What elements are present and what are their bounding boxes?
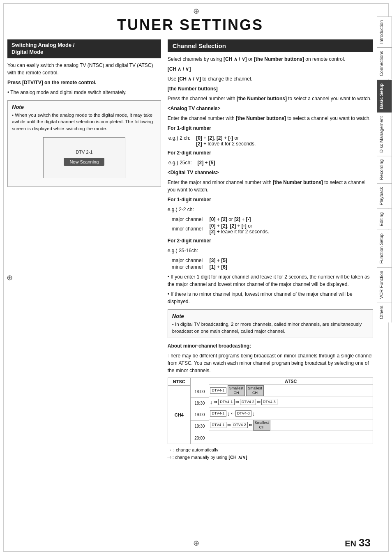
atsc-row-3: DTV4-1 ↓ ⇐ DTV4-3 ↓ <box>209 408 373 419</box>
page-number: 33 <box>359 537 371 549</box>
digital-1digit-label: For 1-digit number <box>168 196 373 203</box>
tab-vcr-function[interactable]: VCR Function <box>377 267 392 302</box>
en-label: EN <box>345 539 356 548</box>
atsc-row-4: DTV4-1 ⇒ DTV4-2 ⇐ SmallestCH <box>209 419 373 431</box>
ntsc-ch4: CH4 <box>168 386 191 444</box>
atsc-dtv4-3-r3: DTV4-3 <box>235 410 251 417</box>
atsc-smallest-1: SmallestCH <box>228 385 245 396</box>
time-1900: 19:00 <box>191 409 209 421</box>
analog-1digit-values: [0] + [2], [2] + [-] or[2] + leave it fo… <box>196 135 256 147</box>
digital-2digit-example: e.g.) 35-16ch: <box>168 247 373 254</box>
atsc-dtv4-1-r4: DTV4-1 <box>210 422 226 428</box>
digital-1digit-example: e.g.) 2-2 ch: <box>168 206 373 213</box>
atsc-row-5 <box>209 431 373 442</box>
digital-major-val1: [0] + [2] or [2] + [-] <box>210 216 269 222</box>
legend: → : change automatically ⇨ : change manu… <box>168 447 373 461</box>
atsc-dtv4-1-r3: DTV4-1 <box>210 410 226 417</box>
digital-bullet2: • If there is no minor channel input, lo… <box>168 290 373 305</box>
tab-basic-setup[interactable]: Basic Setup <box>377 80 392 113</box>
digital-bullet1: • If you enter 1 digit for major channel… <box>168 273 373 288</box>
ch-section-title: [CH ∧ / ∨] <box>168 65 373 73</box>
atsc-header: ATSC <box>209 378 373 385</box>
atsc-section: ATSC DTV4-1 SmallestCH SmallestCH ↓ ⇒ DT… <box>209 378 373 444</box>
atsc-smallest-r4: SmallestCH <box>253 420 271 431</box>
atsc-dtv4-2-r2: DTV4-2 <box>240 399 256 405</box>
right-column: Channel Selection Select channels by usi… <box>168 39 373 461</box>
digital-minor-label1: minor channel <box>172 223 209 235</box>
left-note-box: Note • When you switch the analog mode t… <box>7 100 161 187</box>
digital-2digit-table: major channel [3] + [5] minor channel [1… <box>171 257 228 271</box>
press-label: Press [DTV/TV] on the remote control. <box>7 79 161 86</box>
tab-playback[interactable]: Playback <box>377 183 392 209</box>
right-note-content: • In digital TV broadcasting, 2 or more … <box>172 321 369 334</box>
main-content: TUNER SETTINGS Switching Analog Mode /Di… <box>7 12 373 543</box>
page-footer: EN 33 <box>345 537 371 549</box>
tab-introduction[interactable]: Introduction <box>377 16 392 47</box>
right-section-header: Channel Selection <box>168 39 373 52</box>
tab-disc-management[interactable]: Disc Management <box>377 113 392 156</box>
tab-others[interactable]: Others <box>377 302 392 322</box>
digital-section-title: <Digital TV channels> <box>168 169 373 176</box>
time-1930: 19:30 <box>191 421 209 432</box>
ntsc-section: NTSC CH4 <box>168 378 191 444</box>
analog-2digit-example: e.g.) 25ch: <box>168 160 197 166</box>
right-note-box: Note • In digital TV broadcasting, 2 or … <box>168 309 373 338</box>
minor-broadcast-detail: There may be different programs being br… <box>168 352 373 374</box>
atsc-dtv4-2-r4: DTV4-2 <box>232 422 248 428</box>
atsc-dtv4-3-r2: DTV4-3 <box>261 399 277 405</box>
content-columns: Switching Analog Mode /Digital Mode You … <box>7 39 373 461</box>
times-column: ATSC 18:00 18:30 19:00 19:30 20:00 <box>191 378 209 444</box>
tab-connections[interactable]: Connections <box>377 47 392 79</box>
analog-section-detail: Enter the channel number with [the Numbe… <box>168 115 373 122</box>
analog-2digit-label: For 2-digit number <box>168 149 373 157</box>
number-section-detail: Press the channel number with [the Numbe… <box>168 95 373 102</box>
left-note-title: Note <box>12 104 157 110</box>
atsc-dtv4-1-r2: DTV4-1 <box>218 399 235 405</box>
left-note-content: • When you switch the analog mode to the… <box>12 112 157 132</box>
digital-major-val2: [3] + [5] <box>210 258 227 263</box>
time-2000: 20:00 <box>191 432 209 444</box>
atsc-smallest-2: SmallestCH <box>246 385 264 396</box>
digital-major-label1: major channel <box>172 216 209 222</box>
diagram-inner: NTSC CH4 ATSC 18:00 18:30 19:00 19:30 20… <box>168 378 373 444</box>
legend-arrow1: → : change automatically <box>168 447 373 454</box>
scanning-box: DTV 2-1 Now Scanning <box>43 137 125 178</box>
digital-minor-val1: [0] + [2], [2] + [-] or[2] + leave it fo… <box>210 223 269 235</box>
tab-recording[interactable]: Recording <box>377 156 392 183</box>
dtv-label: DTV 2-1 <box>76 150 92 154</box>
channel-diagram: NTSC CH4 ATSC 18:00 18:30 19:00 19:30 20… <box>168 378 373 444</box>
press-detail: • The analog mode and digital mode switc… <box>7 89 161 96</box>
atsc-dtv4-1-r1: DTV4-1 <box>210 387 226 394</box>
ntsc-header: NTSC <box>168 378 191 386</box>
left-column: Switching Analog Mode /Digital Mode You … <box>7 39 161 461</box>
digital-minor-label2: minor channel <box>172 264 209 270</box>
right-note-title: Note <box>172 313 369 319</box>
analog-section-title: <Analog TV channels> <box>168 105 373 112</box>
number-section-title: [the Number buttons] <box>168 85 373 92</box>
ch-section-detail: Use [CH ∧ / ∨] to change the channel. <box>168 75 373 83</box>
atsc-row-1: DTV4-1 SmallestCH SmallestCH <box>209 385 373 396</box>
left-intro: You can easily switch the analog TV (NTS… <box>7 62 161 76</box>
analog-1digit-label: For 1-digit number <box>168 124 373 132</box>
tab-editing[interactable]: Editing <box>377 209 392 230</box>
digital-2digit-label: For 2-digit number <box>168 237 373 244</box>
right-tab-nav: Introduction Connections Basic Setup Dis… <box>377 16 392 322</box>
legend-arrow2: ⇨ : change manually by using [CH ∧/∨] <box>168 454 373 461</box>
left-section-header: Switching Analog Mode /Digital Mode <box>7 39 161 58</box>
page-title: TUNER SETTINGS <box>7 16 373 34</box>
digital-section-detail: Enter the major and minor channel number… <box>168 179 373 193</box>
analog-2digit-table: e.g.) 25ch: [2] + [5] <box>168 159 216 166</box>
right-intro: Select channels by using [CH ∧ / ∨] or [… <box>168 55 373 63</box>
digital-minor-val2: [1] + [6] <box>210 264 227 270</box>
analog-2digit-values: [2] + [5] <box>198 160 215 166</box>
time-1830: 18:30 <box>191 398 209 409</box>
analog-1digit-example: e.g.) 2 ch: <box>168 135 195 147</box>
time-1800: 18:00 <box>191 386 209 398</box>
analog-1digit-table: e.g.) 2 ch: [0] + [2], [2] + [-] or[2] +… <box>168 134 256 147</box>
atsc-row-2: ↓ ⇒ DTV4-1 ⇒ DTV4-2 ⇐ DTV4-3 <box>209 396 373 408</box>
minor-broadcast-title: About minor-channel broadcasting: <box>168 342 373 350</box>
tab-function-setup[interactable]: Function Setup <box>377 230 392 267</box>
digital-major-label2: major channel <box>172 258 209 263</box>
digital-1digit-table: major channel [0] + [2] or [2] + [-] min… <box>171 216 270 235</box>
scanning-btn: Now Scanning <box>64 158 104 166</box>
